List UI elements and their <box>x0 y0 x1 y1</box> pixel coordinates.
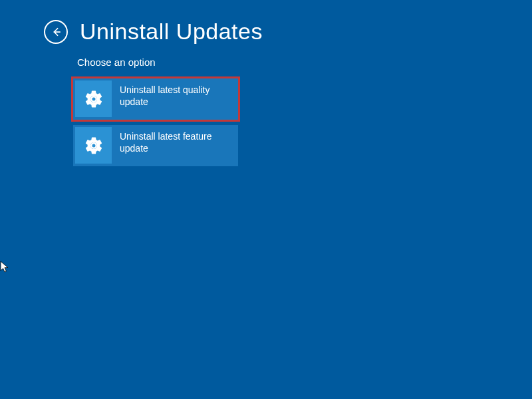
gear-icon <box>84 89 104 109</box>
options-list: Uninstall latest quality update Uninstal… <box>73 78 532 166</box>
cursor-icon <box>0 261 11 274</box>
tile-icon-box <box>75 127 112 164</box>
back-button[interactable] <box>44 20 68 44</box>
header: Uninstall Updates <box>0 0 532 45</box>
page-title: Uninstall Updates <box>80 19 263 45</box>
subtitle: Choose an option <box>77 57 532 68</box>
back-arrow-icon <box>51 27 61 37</box>
gear-icon <box>84 136 104 156</box>
option-uninstall-feature-update[interactable]: Uninstall latest feature update <box>73 125 238 166</box>
tile-icon-box <box>75 80 112 117</box>
option-uninstall-quality-update[interactable]: Uninstall latest quality update <box>73 78 238 120</box>
option-label: Uninstall latest quality update <box>112 78 238 108</box>
option-label: Uninstall latest feature update <box>112 125 238 154</box>
